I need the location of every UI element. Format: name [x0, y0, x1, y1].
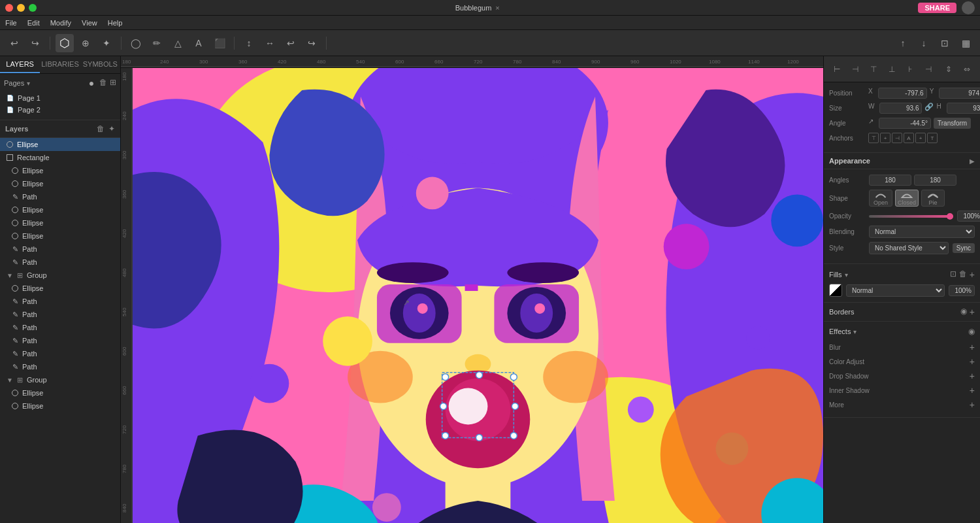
width-input[interactable] — [879, 103, 922, 114]
pen-tool[interactable]: ✏ — [148, 34, 166, 52]
undo-button[interactable]: ↩ — [5, 34, 24, 52]
fills-arrow-icon[interactable]: ▾ — [845, 271, 848, 278]
align-center-v-button[interactable]: ⊦ — [902, 61, 918, 77]
anchor-ml[interactable]: A — [904, 133, 914, 143]
align-left-button[interactable]: ⊢ — [829, 61, 845, 77]
align-right-button[interactable]: ⊤ — [866, 61, 881, 77]
duplicate-page-button[interactable]: ⊞ — [110, 78, 116, 88]
blending-select[interactable]: Normal — [869, 226, 975, 238]
add-layer-button[interactable]: ✦ — [108, 124, 115, 133]
layer-ellipse-1[interactable]: Ellipse — [0, 138, 120, 151]
layer-path-8[interactable]: ✎ Path — [0, 347, 120, 360]
flip-h-tool[interactable]: ↕ — [240, 34, 258, 52]
ellipse-tool[interactable]: ◯ — [127, 34, 145, 52]
appearance-arrow[interactable]: ▶ — [970, 158, 975, 165]
image-tool[interactable]: ⬛ — [210, 34, 229, 52]
layer-path-5[interactable]: ✎ Path — [0, 308, 120, 321]
select-tool[interactable]: ⬡ — [56, 34, 74, 52]
maximize-traffic-light[interactable] — [29, 4, 37, 12]
anchor-mr[interactable]: T — [927, 133, 938, 143]
align-bottom-button[interactable]: ⊣ — [921, 61, 936, 77]
canvas-content[interactable]: ↗ — [133, 68, 823, 523]
inner-shadow-add-icon[interactable]: + — [970, 385, 975, 396]
distribute-h-button[interactable]: ⇕ — [941, 61, 956, 77]
anchor-tc[interactable]: + — [880, 133, 890, 143]
tab-layers[interactable]: LAYERS — [0, 56, 40, 73]
layer-path-4[interactable]: ✎ Path — [0, 295, 120, 308]
angle-start-input[interactable] — [869, 175, 911, 186]
layer-ellipse-8[interactable]: Ellipse — [0, 386, 120, 399]
blur-add-icon[interactable]: + — [970, 342, 975, 352]
layer-path-9[interactable]: ✎ Path — [0, 360, 120, 373]
drop-shadow-add-icon[interactable]: + — [970, 371, 975, 381]
minimize-traffic-light[interactable] — [17, 4, 25, 12]
text-tool[interactable]: A — [189, 34, 208, 52]
insert-tool[interactable]: ✦ — [97, 34, 116, 52]
rotate-ccw-tool[interactable]: ↪ — [302, 34, 321, 52]
layer-rectangle-1[interactable]: Rectangle — [0, 151, 120, 164]
color-adjust-add-icon[interactable]: + — [970, 356, 975, 367]
export-button[interactable]: ↑ — [894, 34, 912, 52]
shape-pie-button[interactable]: Pie — [921, 190, 945, 207]
effects-arrow-icon[interactable]: ▾ — [853, 328, 857, 335]
distribute-v-button[interactable]: ⇔ — [959, 61, 975, 77]
fill-mode-select[interactable]: Normal — [846, 284, 945, 297]
angle-input[interactable] — [879, 118, 931, 129]
fills-trash-icon[interactable]: 🗑 — [959, 269, 967, 280]
borders-add-icon[interactable]: + — [970, 307, 975, 317]
close-icon[interactable]: × — [495, 4, 499, 12]
redo-button[interactable]: ↪ — [26, 34, 44, 52]
close-traffic-light[interactable] — [5, 4, 13, 12]
page-item-2[interactable]: 📄 Page 2 — [4, 104, 116, 116]
layer-path-7[interactable]: ✎ Path — [0, 334, 120, 347]
layer-path-2[interactable]: ✎ Path — [0, 243, 120, 256]
layer-ellipse-7[interactable]: Ellipse — [0, 282, 120, 295]
anchor-mc[interactable]: + — [915, 133, 926, 143]
canvas-area[interactable]: 180 240 300 360 420 480 540 600 660 720 … — [121, 56, 823, 523]
effects-toggle-icon[interactable]: ◉ — [968, 327, 975, 336]
layer-ellipse-9[interactable]: Ellipse — [0, 399, 120, 413]
layer-ellipse-6[interactable]: Ellipse — [0, 229, 120, 243]
transform-button[interactable]: Transform — [934, 118, 971, 129]
rotate-cw-tool[interactable]: ↩ — [282, 34, 300, 52]
fills-settings-icon[interactable]: ⊡ — [950, 269, 956, 280]
shape-open-button[interactable]: Open — [869, 190, 892, 207]
align-top-button[interactable]: ⊥ — [884, 61, 900, 77]
delete-layer-button[interactable]: 🗑 — [97, 124, 105, 133]
opacity-slider[interactable] — [869, 215, 953, 218]
pencil-tool[interactable]: △ — [169, 34, 187, 52]
fill-color-preview[interactable] — [829, 284, 842, 297]
anchor-tr[interactable]: ⊣ — [892, 133, 902, 143]
menu-edit[interactable]: Edit — [27, 19, 40, 27]
add-page-button[interactable]: 🗑 — [99, 78, 107, 88]
style-select[interactable]: No Shared Style — [869, 242, 949, 254]
sync-button[interactable]: Sync — [953, 243, 975, 253]
transform-tool[interactable]: ⊕ — [76, 34, 95, 52]
link-proportional-icon[interactable]: 🔗 — [924, 103, 934, 114]
height-input[interactable] — [947, 103, 980, 114]
layer-path-6[interactable]: ✎ Path — [0, 321, 120, 334]
x-input[interactable] — [878, 88, 927, 99]
zoom-fit-button[interactable]: ⊡ — [936, 34, 954, 52]
fill-opacity-input[interactable] — [949, 285, 975, 296]
layer-group-2[interactable]: ▼ ⊞ Group — [0, 373, 120, 386]
menu-help[interactable]: Help — [108, 19, 123, 27]
layer-ellipse-4[interactable]: Ellipse — [0, 203, 120, 216]
menu-modify[interactable]: Modify — [50, 19, 71, 27]
layer-ellipse-3[interactable]: Ellipse — [0, 177, 120, 190]
grid-button[interactable]: ▦ — [956, 34, 975, 52]
menu-file[interactable]: File — [5, 19, 17, 27]
flip-v-tool[interactable]: ↔ — [261, 34, 279, 52]
angle-end-input[interactable] — [914, 175, 956, 186]
import-button[interactable]: ↓ — [915, 34, 933, 52]
opacity-value-input[interactable] — [957, 211, 980, 222]
layer-ellipse-2[interactable]: Ellipse — [0, 164, 120, 177]
align-center-h-button[interactable]: ⊣ — [847, 61, 863, 77]
layer-path-1[interactable]: ✎ Path — [0, 190, 120, 203]
shape-closed-button[interactable]: Closed — [895, 190, 919, 207]
borders-toggle-icon[interactable]: ◉ — [960, 307, 967, 317]
share-button[interactable]: SHARE — [918, 3, 956, 13]
pages-dropdown-icon[interactable]: ▾ — [27, 80, 30, 87]
page-item-1[interactable]: 📄 Page 1 — [4, 92, 116, 104]
layer-ellipse-5[interactable]: Ellipse — [0, 216, 120, 229]
